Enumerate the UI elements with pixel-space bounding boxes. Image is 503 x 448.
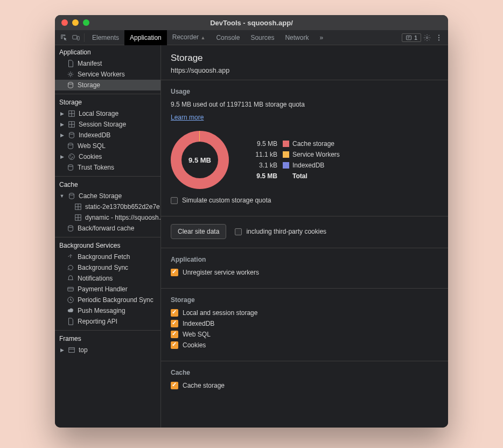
device-toolbar-icon[interactable] <box>70 32 82 44</box>
cookies-label: Cookies <box>183 341 206 349</box>
tab-console[interactable]: Console <box>211 30 245 45</box>
content-pane: Storage https://squoosh.app Usage 9.5 MB… <box>161 45 448 428</box>
svg-rect-24 <box>69 348 75 353</box>
tabs-overflow[interactable]: » <box>314 30 329 45</box>
sidebar-item-bfcache[interactable]: Back/forward cache <box>55 223 160 234</box>
devtools-window: DevTools - squoosh.app/ Elements Applica… <box>55 15 448 428</box>
svg-point-21 <box>68 226 73 228</box>
tabbar: Elements Application Recorder ▲ Console … <box>55 30 448 45</box>
websql-checkbox[interactable] <box>171 331 178 338</box>
sidebar-item-payment[interactable]: Payment Handler <box>55 284 160 295</box>
chevron-right-icon: ▶ <box>59 122 65 127</box>
sidebar-item-cache-storage[interactable]: ▼ Cache Storage <box>55 191 160 201</box>
chevron-right-icon: ▶ <box>59 347 65 353</box>
svg-point-8 <box>68 82 73 85</box>
sidebar-item-push[interactable]: Push Messaging <box>55 305 160 316</box>
unregister-sw-checkbox[interactable] <box>171 269 178 276</box>
issues-badge[interactable]: 1 <box>402 33 421 42</box>
sidebar-item-cache-entry[interactable]: static-2e1370bb652d2e7e… <box>55 201 160 212</box>
usage-panel: Usage 9.5 MB used out of 1197131 MB stor… <box>161 80 448 216</box>
cookies-checkbox[interactable] <box>171 341 178 349</box>
sidebar-item-manifest[interactable]: Manifest <box>55 58 160 69</box>
sidebar-label: Notifications <box>78 275 113 282</box>
application-heading: Application <box>171 256 438 263</box>
tab-sources[interactable]: Sources <box>245 30 280 45</box>
sidebar-label: Push Messaging <box>78 307 125 314</box>
content-title: Storage <box>171 53 438 64</box>
tab-elements[interactable]: Elements <box>87 30 124 45</box>
sidebar-item-local-storage[interactable]: ▶ Local Storage <box>55 108 160 119</box>
inspect-element-icon[interactable] <box>58 32 70 44</box>
third-party-cookies-checkbox[interactable] <box>235 228 242 235</box>
settings-icon[interactable] <box>421 32 433 44</box>
sidebar-item-notifications[interactable]: Notifications <box>55 273 160 284</box>
tab-recorder-label: Recorder <box>172 33 199 41</box>
database-icon <box>67 142 74 150</box>
legend-label: Service Workers <box>292 151 340 158</box>
sidebar-item-trust-tokens[interactable]: Trust Tokens <box>55 162 160 173</box>
svg-point-7 <box>69 73 72 75</box>
legend-swatch <box>283 151 289 158</box>
sidebar-label: static-2e1370bb652d2e7e… <box>85 203 160 211</box>
usage-legend: 9.5 MBCache storage11.1 kBService Worker… <box>245 140 340 180</box>
database-icon <box>67 225 74 232</box>
cache-storage-checkbox[interactable] <box>171 382 178 389</box>
cache-panel: Cache Cache storage <box>161 361 448 401</box>
usage-text: 9.5 MB used out of 1197131 MB storage qu… <box>171 101 438 108</box>
sidebar-item-cache-entry[interactable]: dynamic - https://squoosh… <box>55 212 160 223</box>
legend-total-value: 9.5 MB <box>245 172 277 180</box>
svg-point-15 <box>72 157 73 158</box>
more-menu-icon[interactable] <box>433 32 445 44</box>
sidebar-item-reporting[interactable]: Reporting API <box>55 316 160 327</box>
sidebar-label: IndexedDB <box>79 131 110 139</box>
simulate-quota-checkbox[interactable] <box>171 197 178 204</box>
indexeddb-checkbox[interactable] <box>171 320 178 327</box>
sidebar-item-bg-sync[interactable]: Background Sync <box>55 262 160 273</box>
sidebar-item-frame-top[interactable]: ▶ top <box>55 345 160 355</box>
content-url: https://squoosh.app <box>171 67 438 74</box>
database-icon <box>68 192 75 200</box>
card-icon <box>67 285 74 293</box>
sidebar-item-periodic-sync[interactable]: Periodic Background Sync <box>55 295 160 305</box>
learn-more-link[interactable]: Learn more <box>171 114 204 121</box>
sidebar-item-websql[interactable]: Web SQL <box>55 141 160 151</box>
svg-rect-0 <box>73 35 77 39</box>
refresh-icon <box>67 264 74 271</box>
database-icon <box>68 131 75 139</box>
svg-point-18 <box>69 193 74 195</box>
sidebar-item-service-workers[interactable]: Service Workers <box>55 69 160 80</box>
database-icon <box>67 164 74 171</box>
sidebar: Application Manifest Service Workers Sto… <box>55 45 161 428</box>
close-window-button[interactable] <box>61 19 68 26</box>
zoom-window-button[interactable] <box>83 19 89 26</box>
minimize-window-button[interactable] <box>72 19 79 26</box>
application-panel: Application Unregister service workers <box>161 248 448 288</box>
clock-icon <box>67 296 74 304</box>
sidebar-item-bg-fetch[interactable]: Background Fetch <box>55 251 160 262</box>
tab-recorder[interactable]: Recorder ▲ <box>167 30 211 45</box>
issues-icon <box>406 34 412 41</box>
sidebar-item-session-storage[interactable]: ▶ Session Storage <box>55 119 160 130</box>
tab-network[interactable]: Network <box>280 30 314 45</box>
legend-value: 11.1 kB <box>245 151 277 158</box>
chevron-right-icon: ▶ <box>59 111 65 116</box>
grid-icon <box>74 203 82 211</box>
sidebar-label: Back/forward cache <box>78 225 134 232</box>
legend-swatch <box>283 141 289 147</box>
clear-site-data-button[interactable]: Clear site data <box>171 224 226 239</box>
sidebar-item-indexeddb[interactable]: ▶ IndexedDB <box>55 130 160 141</box>
simulate-quota-label: Simulate custom storage quota <box>182 197 271 204</box>
cloud-icon <box>67 307 74 314</box>
cache-heading: Cache <box>171 369 438 376</box>
sidebar-item-storage[interactable]: Storage <box>55 80 160 90</box>
legend-swatch <box>283 162 289 169</box>
main-area: Application Manifest Service Workers Sto… <box>55 45 448 428</box>
clear-data-panel: Clear site data including third-party co… <box>161 216 448 248</box>
sidebar-item-cookies[interactable]: ▶ Cookies <box>55 151 160 162</box>
manifest-icon <box>67 60 74 67</box>
recorder-beta-icon: ▲ <box>200 35 205 40</box>
local-session-label: Local and session storage <box>183 309 257 317</box>
tab-application[interactable]: Application <box>124 30 167 45</box>
local-session-checkbox[interactable] <box>171 309 178 317</box>
grid-icon <box>74 214 82 221</box>
